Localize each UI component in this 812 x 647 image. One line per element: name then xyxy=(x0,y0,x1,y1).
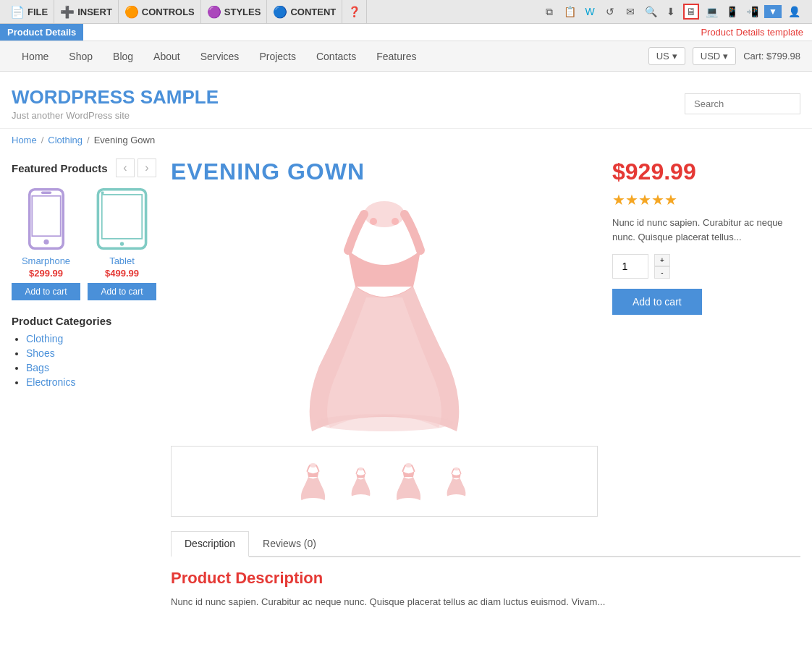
svg-point-11 xyxy=(392,218,399,225)
category-bags[interactable]: Bags xyxy=(26,362,49,373)
copy-icon[interactable]: ⧉ xyxy=(541,4,557,20)
sidebar: Featured Products ‹ › Smarphone $299. xyxy=(12,151,156,622)
mail-icon[interactable]: ✉ xyxy=(622,4,638,20)
file-icon: 📄 xyxy=(10,5,25,19)
search-input[interactable] xyxy=(685,93,800,114)
product-details-tab[interactable]: Product Details xyxy=(0,24,83,41)
phone-name[interactable]: Smarphone xyxy=(12,255,80,266)
content-label: CONTENT xyxy=(290,7,336,17)
nav-shop[interactable]: Shop xyxy=(59,41,103,72)
prev-arrow[interactable]: ‹ xyxy=(116,158,135,177)
main-nav: Home Shop Blog About Services Projects C… xyxy=(0,41,812,72)
list-item: Electronics xyxy=(26,376,156,388)
list-item: Clothing xyxy=(26,333,156,344)
insert-label: INSERT xyxy=(77,7,112,17)
thumbnail-2[interactable] xyxy=(339,452,382,510)
tab-reviews[interactable]: Reviews (0) xyxy=(249,531,330,556)
controls-menu-item[interactable]: 🟠 CONTROLS xyxy=(119,0,201,23)
category-clothing[interactable]: Clothing xyxy=(26,333,63,344)
thumbnail-4[interactable] xyxy=(434,452,478,510)
product-detail: EVENING GOWN xyxy=(171,151,800,622)
breadcrumb-clothing[interactable]: Clothing xyxy=(48,135,83,145)
svg-point-8 xyxy=(364,201,405,227)
paste-icon[interactable]: 📋 xyxy=(562,4,578,20)
download-icon[interactable]: ⬇ xyxy=(663,4,679,20)
tablet-device-icon[interactable]: 📱 xyxy=(724,4,740,20)
product-description: Nunc id nunc sapien. Curabitur ac neque … xyxy=(612,216,800,244)
tablet-name[interactable]: Tablet xyxy=(88,255,156,266)
currency-dropdown[interactable]: USD ▾ xyxy=(693,47,736,65)
tab-description[interactable]: Description xyxy=(171,531,249,557)
tablet-image xyxy=(93,186,151,251)
product-card-phone: Smarphone $299.99 Add to cart xyxy=(12,186,80,300)
view-dropdown[interactable]: ▼ xyxy=(764,5,782,18)
mobile-icon[interactable]: 📲 xyxy=(744,4,760,20)
thumbnail-1[interactable] xyxy=(291,452,334,510)
content-menu-item[interactable]: 🔵 CONTENT xyxy=(267,0,342,23)
product-info-section: $929.99 ★★★★★ Nunc id nunc sapien. Curab… xyxy=(612,158,800,517)
list-item: Bags xyxy=(26,362,156,373)
tabs-header: Description Reviews (0) xyxy=(171,531,800,557)
thumbnail-3[interactable] xyxy=(386,452,430,510)
chevron-down-icon: ▾ xyxy=(672,51,677,62)
content-icon: 🔵 xyxy=(273,5,287,19)
cart-info: Cart: $799.98 xyxy=(743,51,800,62)
help-menu-item[interactable]: ❓ xyxy=(342,0,367,23)
help-icon: ❓ xyxy=(348,6,360,17)
nav-projects[interactable]: Projects xyxy=(249,41,306,72)
laptop-icon[interactable]: 💻 xyxy=(703,4,719,20)
quantity-buttons: + - xyxy=(654,254,670,279)
main-add-to-cart-button[interactable]: Add to cart xyxy=(612,289,702,315)
monitor-icon[interactable]: 🖥 xyxy=(683,4,699,20)
nav-about[interactable]: About xyxy=(143,41,190,72)
product-cards: Smarphone $299.99 Add to cart Tablet $49… xyxy=(12,186,156,300)
featured-products-header: Featured Products ‹ › xyxy=(12,158,156,177)
tablet-add-to-cart[interactable]: Add to cart xyxy=(88,283,156,300)
site-branding: WORDPRESS SAMPLE Just another WordPress … xyxy=(12,86,219,121)
svg-point-9 xyxy=(316,414,453,431)
nav-contacts[interactable]: Contacts xyxy=(306,41,366,72)
product-main: EVENING GOWN xyxy=(171,158,800,517)
insert-menu-item[interactable]: ➕ INSERT xyxy=(54,0,119,23)
phone-add-to-cart[interactable]: Add to cart xyxy=(12,283,80,300)
tablet-svg xyxy=(95,188,149,250)
styles-menu-item[interactable]: 🟣 STYLES xyxy=(201,0,268,23)
breadcrumb-sep2: / xyxy=(87,135,90,145)
next-arrow[interactable]: › xyxy=(138,158,156,177)
product-stars: ★★★★★ xyxy=(612,191,800,208)
tablet-price: $499.99 xyxy=(88,268,156,279)
nav-right: US ▾ USD ▾ Cart: $799.98 xyxy=(648,47,800,65)
svg-point-13 xyxy=(358,467,363,470)
svg-point-15 xyxy=(454,467,459,470)
svg-rect-3 xyxy=(41,191,51,194)
file-menu-item[interactable]: 📄 FILE xyxy=(4,0,54,23)
search-toolbar-icon[interactable]: 🔍 xyxy=(643,4,659,20)
nav-home[interactable]: Home xyxy=(12,41,59,72)
quantity-increment[interactable]: + xyxy=(654,254,670,266)
user-icon[interactable]: 👤 xyxy=(786,4,802,20)
wordpress-icon[interactable]: W xyxy=(582,4,598,20)
categories-list: Clothing Shoes Bags Electronics xyxy=(12,333,156,388)
quantity-decrement[interactable]: - xyxy=(654,266,670,279)
category-electronics[interactable]: Electronics xyxy=(26,376,75,388)
nav-blog[interactable]: Blog xyxy=(103,41,143,72)
carousel-nav: ‹ › xyxy=(116,158,156,177)
product-thumbnails xyxy=(171,446,598,517)
phone-price: $299.99 xyxy=(12,268,80,279)
product-tabs: Description Reviews (0) Product Descript… xyxy=(171,531,800,622)
nav-services[interactable]: Services xyxy=(190,41,250,72)
refresh-icon[interactable]: ↺ xyxy=(602,4,618,20)
svg-rect-7 xyxy=(101,191,104,194)
tab-content-title: Product Description xyxy=(171,569,800,588)
quantity-input[interactable] xyxy=(612,254,648,279)
breadcrumb-home[interactable]: Home xyxy=(12,135,37,145)
styles-icon: 🟣 xyxy=(207,5,221,19)
nav-features[interactable]: Features xyxy=(366,41,426,72)
svg-point-2 xyxy=(43,239,48,244)
insert-icon: ➕ xyxy=(60,5,75,19)
category-shoes[interactable]: Shoes xyxy=(26,347,55,359)
region-dropdown[interactable]: US ▾ xyxy=(648,47,685,65)
dress-svg xyxy=(283,193,486,439)
product-price-main: $929.99 xyxy=(612,158,800,185)
controls-icon: 🟠 xyxy=(124,5,139,19)
